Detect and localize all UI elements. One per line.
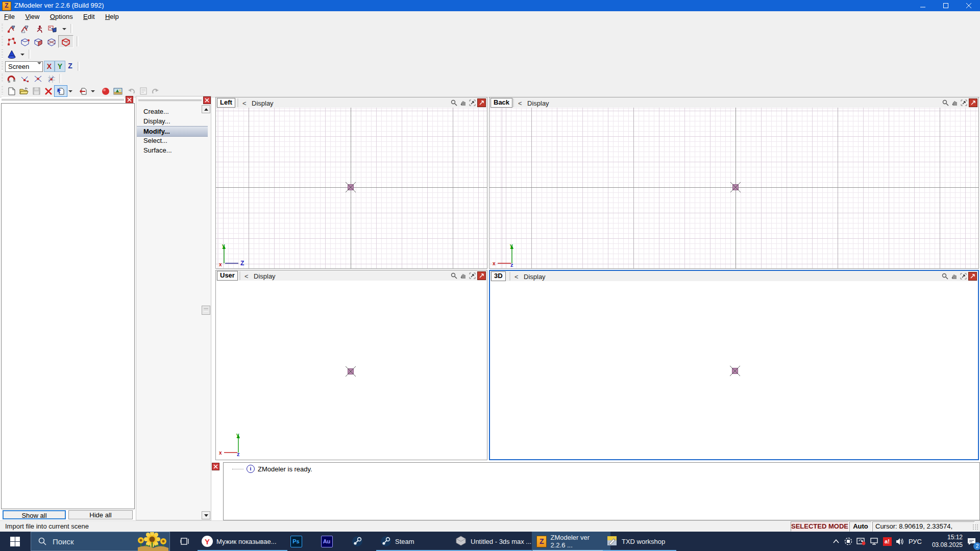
toolbar-grip[interactable]: [2, 49, 3, 59]
display-menu-item[interactable]: Display: [252, 99, 274, 107]
collapse-chevron[interactable]: <: [518, 99, 522, 107]
taskbar-app-steam[interactable]: Steam: [376, 532, 458, 551]
vertices-select-button[interactable]: [5, 36, 18, 47]
vertices-level-button[interactable]: [5, 23, 18, 35]
orbit-icon[interactable]: [468, 271, 476, 280]
task-view-button[interactable]: [175, 532, 195, 551]
viewport-left-label[interactable]: Left: [217, 98, 235, 108]
toolbar-grip[interactable]: [2, 24, 3, 33]
polygons-cube-button[interactable]: [32, 36, 45, 47]
viewport-user-label[interactable]: User: [217, 271, 238, 281]
display-menu-item[interactable]: Display: [527, 99, 549, 107]
taskbar-app-audition[interactable]: Au: [314, 532, 339, 551]
viewport-3d-canvas[interactable]: [490, 281, 978, 459]
commands-panel-close-button[interactable]: [203, 96, 211, 104]
magnet-snap-button[interactable]: [5, 73, 18, 85]
commands-scroll-down-button[interactable]: [202, 511, 210, 519]
taskbar-app-yandex-browser[interactable]: Y Мужик показывае...: [197, 532, 288, 551]
new-file-button[interactable]: [5, 85, 18, 97]
scene-tree-list[interactable]: [1, 103, 135, 509]
maximize-viewport-icon[interactable]: [968, 272, 977, 281]
space-selector-combobox[interactable]: Screen: [5, 61, 43, 72]
pan-hand-icon[interactable]: [459, 271, 467, 280]
viewport-3d-active[interactable]: 3D < Display: [489, 270, 979, 460]
save-file-button-disabled[interactable]: [30, 85, 43, 97]
pan-hand-icon[interactable]: [459, 98, 467, 107]
orbit-icon[interactable]: [959, 272, 967, 280]
tray-clock[interactable]: 15:12 03.08.2025: [922, 532, 963, 551]
collapse-chevron[interactable]: <: [242, 99, 247, 107]
export-file-button[interactable]: [77, 85, 90, 97]
toolbar-grip[interactable]: [2, 36, 3, 46]
tray-volume[interactable]: [893, 532, 906, 551]
taskbar-app-zmodeler-active[interactable]: Z ZModeler ver 2.2.6 ...: [532, 532, 610, 551]
zoom-icon[interactable]: [941, 98, 949, 107]
sunflower-widget-image[interactable]: [122, 532, 171, 551]
vertex-weld-button[interactable]: [18, 73, 32, 85]
cone-primitive-button[interactable]: [5, 48, 18, 60]
command-select[interactable]: Select...: [137, 136, 208, 145]
zoom-icon[interactable]: [941, 272, 949, 280]
grid-snap-button[interactable]: [45, 73, 58, 85]
command-modify-selected[interactable]: Modify...: [137, 126, 208, 137]
texture-browser-button[interactable]: [111, 85, 125, 97]
log-panel[interactable]: [223, 462, 980, 520]
taskbar-app-txd-workshop[interactable]: TXD workshop: [602, 532, 677, 551]
orbit-icon[interactable]: [960, 98, 968, 107]
hide-all-button[interactable]: Hide all: [68, 510, 133, 519]
maximize-viewport-icon[interactable]: [477, 98, 486, 107]
collapse-chevron[interactable]: <: [514, 273, 519, 281]
viewport-3d-label[interactable]: 3D: [491, 271, 506, 281]
scene-panel-close-button[interactable]: [126, 96, 133, 104]
toolbar-grip[interactable]: [2, 62, 3, 71]
orbit-icon[interactable]: [468, 98, 476, 107]
axis-x-button[interactable]: X: [44, 61, 55, 72]
primitives-dropdown-button[interactable]: [18, 48, 26, 60]
command-surface[interactable]: Surface...: [137, 145, 208, 155]
display-menu-item[interactable]: Display: [524, 273, 546, 281]
animation-mode-button[interactable]: [33, 23, 46, 35]
show-all-button[interactable]: Show all: [3, 510, 66, 519]
viewport-user[interactable]: User < Display: [215, 270, 487, 460]
delete-button[interactable]: [42, 85, 55, 97]
scene-panel-drag-handle[interactable]: [2, 97, 124, 101]
taskbar-app-photoshop[interactable]: Ps: [284, 532, 308, 551]
search-input[interactable]: [52, 537, 130, 546]
objects-cube-button-active[interactable]: [58, 35, 74, 48]
minimize-button[interactable]: [911, 0, 934, 11]
command-display[interactable]: Display...: [137, 116, 208, 126]
taskbar-app-steam-pinned[interactable]: [345, 532, 370, 551]
edges-cube-button[interactable]: [18, 36, 32, 47]
notification-center-button[interactable]: 2: [964, 532, 979, 551]
menu-view[interactable]: View: [21, 11, 43, 22]
display-menu-item[interactable]: Display: [254, 272, 276, 280]
edges-level-button[interactable]: [18, 23, 32, 35]
export-dropdown-button[interactable]: [89, 85, 96, 97]
collapse-chevron[interactable]: <: [244, 272, 249, 280]
axis-y-button[interactable]: Y: [55, 61, 65, 72]
maximize-button[interactable]: [934, 0, 957, 11]
viewport-left-canvas[interactable]: y Z x: [216, 108, 487, 268]
pan-hand-icon[interactable]: [950, 272, 958, 280]
meshes-cube-button[interactable]: [45, 36, 58, 47]
start-button[interactable]: [0, 532, 30, 551]
zoom-icon[interactable]: [450, 271, 458, 280]
toolbar-grip[interactable]: [2, 86, 3, 95]
material-editor-button[interactable]: [46, 23, 59, 35]
tray-adguard[interactable]: a!: [881, 532, 893, 551]
modes-dropdown-button[interactable]: [60, 23, 68, 35]
commands-panel-drag-handle[interactable]: [138, 97, 202, 101]
taskbar-app-3ds-max[interactable]: Untitled - 3ds max ...: [451, 532, 540, 551]
history-button-disabled[interactable]: [137, 85, 150, 97]
tray-record-cam[interactable]: [842, 532, 854, 551]
menu-options[interactable]: Options: [46, 11, 77, 22]
axis-z-button[interactable]: Z: [65, 61, 75, 71]
maximize-viewport-icon[interactable]: [477, 271, 486, 280]
toolbar-grip[interactable]: [2, 74, 3, 83]
resize-grip[interactable]: [972, 524, 978, 530]
close-button[interactable]: [957, 0, 980, 11]
auto-mode-indicator[interactable]: Auto: [849, 521, 872, 532]
tray-network[interactable]: [868, 532, 881, 551]
log-panel-close-button[interactable]: [212, 463, 219, 470]
tray-expand-button[interactable]: [830, 532, 842, 551]
